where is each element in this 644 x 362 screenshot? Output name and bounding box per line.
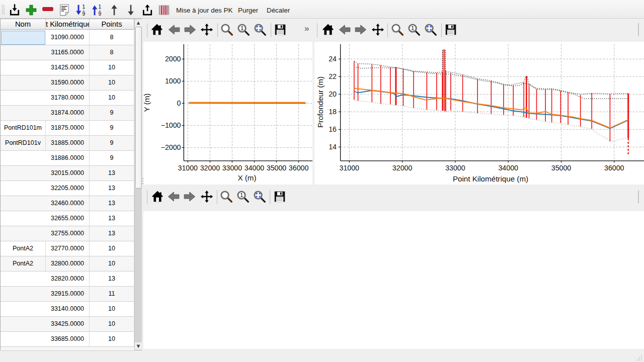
svg-text:22: 22 xyxy=(329,72,337,80)
svg-text:14: 14 xyxy=(329,143,337,151)
svg-text:32000: 32000 xyxy=(392,164,413,172)
svg-text:0: 0 xyxy=(177,99,181,107)
svg-text:−2000: −2000 xyxy=(161,143,181,151)
svg-text:20: 20 xyxy=(329,90,337,98)
svg-text:36000: 36000 xyxy=(604,164,624,172)
svg-text:32000: 32000 xyxy=(200,164,220,172)
svg-text:1000: 1000 xyxy=(165,77,181,85)
svg-text:Point Kilométrique (m): Point Kilométrique (m) xyxy=(453,174,528,183)
svg-text:34000: 34000 xyxy=(498,164,518,172)
svg-text:33000: 33000 xyxy=(222,164,243,172)
svg-text:36000: 36000 xyxy=(289,164,309,172)
svg-text:−1000: −1000 xyxy=(161,121,181,129)
svg-text:1: 1 xyxy=(82,4,85,10)
svg-text:2000: 2000 xyxy=(165,55,181,63)
svg-text:18: 18 xyxy=(329,108,337,116)
svg-text:16: 16 xyxy=(329,125,337,133)
svg-text:Y (m): Y (m) xyxy=(143,94,151,112)
svg-text:34000: 34000 xyxy=(245,164,265,172)
svg-text:24: 24 xyxy=(329,55,337,63)
svg-text:33000: 33000 xyxy=(445,164,465,172)
svg-text:35000: 35000 xyxy=(551,164,572,172)
svg-text:1: 1 xyxy=(99,4,102,10)
svg-text:Profondeur (m): Profondeur (m) xyxy=(316,76,325,128)
svg-text:31000: 31000 xyxy=(340,164,360,172)
svg-text:X (m): X (m) xyxy=(237,173,256,182)
svg-text:31000: 31000 xyxy=(178,164,198,172)
svg-text:35000: 35000 xyxy=(267,164,287,172)
